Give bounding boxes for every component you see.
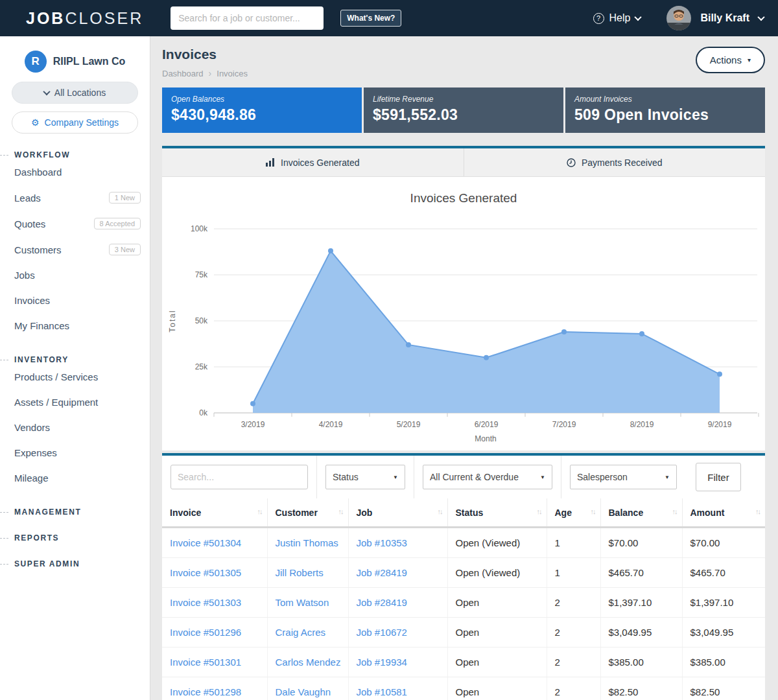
cell-age: 2 bbox=[547, 588, 600, 618]
chart-panel: Invoices Generated 0k25k50k75k100k3/2019… bbox=[162, 177, 765, 450]
company-header: R RIIPL Lawn Co bbox=[0, 51, 150, 73]
job-link[interactable]: Job #10581 bbox=[357, 686, 407, 697]
invoice-link[interactable]: Invoice #501296 bbox=[170, 627, 241, 638]
column-header-customer[interactable]: Customer↑↓ bbox=[267, 498, 348, 528]
job-link[interactable]: Job #28419 bbox=[357, 567, 407, 578]
sidebar-item-quotes[interactable]: Quotes8 Accepted bbox=[0, 211, 150, 237]
customer-link[interactable]: Tom Watson bbox=[276, 597, 329, 608]
avatar[interactable] bbox=[666, 6, 691, 30]
invoice-link[interactable]: Invoice #501298 bbox=[170, 686, 241, 697]
customer-link[interactable]: Carlos Mendez bbox=[276, 657, 341, 668]
svg-text:Total: Total bbox=[168, 309, 177, 332]
cell-amount: $3,049.95 bbox=[682, 618, 765, 648]
invoice-link[interactable]: Invoice #501303 bbox=[170, 597, 241, 608]
sidebar-section-management[interactable]: MANAGEMENT bbox=[0, 508, 150, 517]
column-header-amount[interactable]: Amount↑↓ bbox=[682, 498, 765, 528]
customer-link[interactable]: Jill Roberts bbox=[276, 567, 324, 578]
sidebar-item-expenses[interactable]: Expenses bbox=[0, 440, 150, 465]
cell-job: Job #28419 bbox=[348, 588, 447, 618]
help-menu[interactable]: ? Help bbox=[593, 12, 641, 24]
column-header-age[interactable]: Age↑↓ bbox=[547, 498, 600, 528]
sidebar-item-label: My Finances bbox=[14, 320, 69, 331]
column-header-balance[interactable]: Balance↑↓ bbox=[600, 498, 682, 528]
cell-amount: $70.00 bbox=[682, 528, 765, 558]
sidebar-item-label: Expenses bbox=[14, 447, 57, 458]
sidebar-section-inventory[interactable]: INVENTORY bbox=[0, 355, 150, 364]
customer-link[interactable]: Craig Acres bbox=[276, 627, 326, 638]
breadcrumb-separator: › bbox=[209, 68, 212, 78]
filter-button[interactable]: Filter bbox=[696, 463, 741, 491]
caret-down-icon: ▼ bbox=[393, 474, 398, 480]
svg-text:50k: 50k bbox=[195, 316, 208, 325]
cell-invoice: Invoice #501298 bbox=[162, 677, 267, 700]
breadcrumb: Dashboard › Invoices bbox=[162, 68, 248, 78]
job-link[interactable]: Job #10672 bbox=[357, 627, 407, 638]
customer-link[interactable]: Dale Vaughn bbox=[276, 686, 331, 697]
app-logo[interactable]: JOBCLOSER bbox=[26, 9, 143, 28]
table-row: Invoice #501305Jill RobertsJob #28419Ope… bbox=[162, 558, 765, 588]
stat-label: Amount Invoices bbox=[574, 95, 756, 104]
column-header-invoice[interactable]: Invoice↑↓ bbox=[162, 498, 267, 528]
sidebar-section-super-admin[interactable]: SUPER ADMIN bbox=[0, 559, 150, 568]
sidebar-item-mileage[interactable]: Mileage bbox=[0, 465, 150, 491]
sidebar-item-products-services[interactable]: Products / Services bbox=[0, 364, 150, 390]
bar-chart-icon bbox=[266, 158, 275, 167]
section-dash-icon bbox=[0, 360, 8, 360]
invoice-link[interactable]: Invoice #501304 bbox=[170, 537, 241, 548]
sidebar-section-workflow[interactable]: WORKFLOW bbox=[0, 150, 150, 159]
sidebar-item-assets-equipment[interactable]: Assets / Equipment bbox=[0, 390, 150, 415]
svg-text:25k: 25k bbox=[195, 362, 208, 371]
stat-card-open-balances: Open Balances $430,948.86 bbox=[162, 88, 362, 133]
all-locations-label: All Locations bbox=[54, 88, 106, 98]
range-select-value: All Current & Overdue bbox=[430, 472, 519, 482]
job-link[interactable]: Job #10353 bbox=[357, 537, 407, 548]
sidebar-item-customers[interactable]: Customers3 New bbox=[0, 237, 150, 262]
sidebar-item-my-finances[interactable]: My Finances bbox=[0, 313, 150, 338]
tab-payments-received[interactable]: Payments Received bbox=[464, 148, 766, 176]
sidebar-item-invoices[interactable]: Invoices bbox=[0, 288, 150, 313]
global-search-input[interactable] bbox=[171, 6, 324, 30]
svg-text:6/2019: 6/2019 bbox=[475, 420, 499, 429]
sidebar-item-jobs[interactable]: Jobs bbox=[0, 262, 150, 288]
caret-down-icon: ▼ bbox=[540, 474, 545, 480]
sidebar-item-vendors[interactable]: Vendors bbox=[0, 415, 150, 440]
sidebar-item-label: Vendors bbox=[14, 422, 50, 433]
range-select[interactable]: All Current & Overdue ▼ bbox=[423, 465, 552, 489]
sidebar-item-label: Mileage bbox=[14, 472, 49, 484]
cell-amount: $385.00 bbox=[682, 648, 765, 677]
table-row: Invoice #501298Dale VaughnJob #10581Open… bbox=[162, 677, 765, 700]
sidebar-section-reports[interactable]: REPORTS bbox=[0, 533, 150, 542]
cell-balance: $3,049.95 bbox=[600, 618, 682, 648]
whats-new-button[interactable]: What's New? bbox=[340, 10, 401, 27]
company-settings-button[interactable]: ⚙ Company Settings bbox=[12, 111, 138, 134]
user-chevron-down-icon[interactable] bbox=[757, 14, 764, 21]
chart-card: Invoices Generated Payments Received Inv… bbox=[162, 146, 765, 450]
sidebar-item-label: Jobs bbox=[14, 270, 35, 281]
customer-link[interactable]: Justin Thomas bbox=[276, 537, 338, 548]
sidebar-item-dashboard[interactable]: Dashboard bbox=[0, 159, 150, 185]
table-search-input[interactable] bbox=[171, 465, 308, 489]
stat-label: Open Balances bbox=[171, 95, 353, 104]
invoice-link[interactable]: Invoice #501301 bbox=[170, 657, 241, 668]
cell-amount: $82.50 bbox=[682, 677, 765, 700]
tab-label: Invoices Generated bbox=[281, 158, 359, 168]
salesperson-select[interactable]: Salesperson ▼ bbox=[570, 465, 677, 489]
job-link[interactable]: Job #28419 bbox=[357, 597, 407, 608]
sidebar-item-leads[interactable]: Leads1 New bbox=[0, 185, 150, 211]
invoice-link[interactable]: Invoice #501305 bbox=[170, 567, 241, 578]
chevron-down-icon bbox=[635, 14, 642, 21]
section-dash-icon bbox=[0, 538, 8, 539]
column-header-job[interactable]: Job↑↓ bbox=[348, 498, 447, 528]
job-link[interactable]: Job #19934 bbox=[357, 657, 407, 668]
user-name[interactable]: Billy Kraft bbox=[700, 12, 749, 24]
tab-invoices-generated[interactable]: Invoices Generated bbox=[162, 148, 464, 176]
breadcrumb-dashboard[interactable]: Dashboard bbox=[162, 69, 204, 78]
actions-button[interactable]: Actions ▾ bbox=[696, 47, 765, 73]
cell-balance: $82.50 bbox=[600, 677, 682, 700]
status-select[interactable]: Status ▼ bbox=[325, 465, 405, 489]
invoices-generated-area-chart: 0k25k50k75k100k3/20194/20195/20196/20197… bbox=[162, 209, 765, 443]
chart-title: Invoices Generated bbox=[162, 191, 765, 205]
all-locations-select[interactable]: All Locations bbox=[12, 82, 138, 104]
cell-invoice: Invoice #501305 bbox=[162, 558, 267, 588]
column-header-status[interactable]: Status↑↓ bbox=[447, 498, 547, 528]
